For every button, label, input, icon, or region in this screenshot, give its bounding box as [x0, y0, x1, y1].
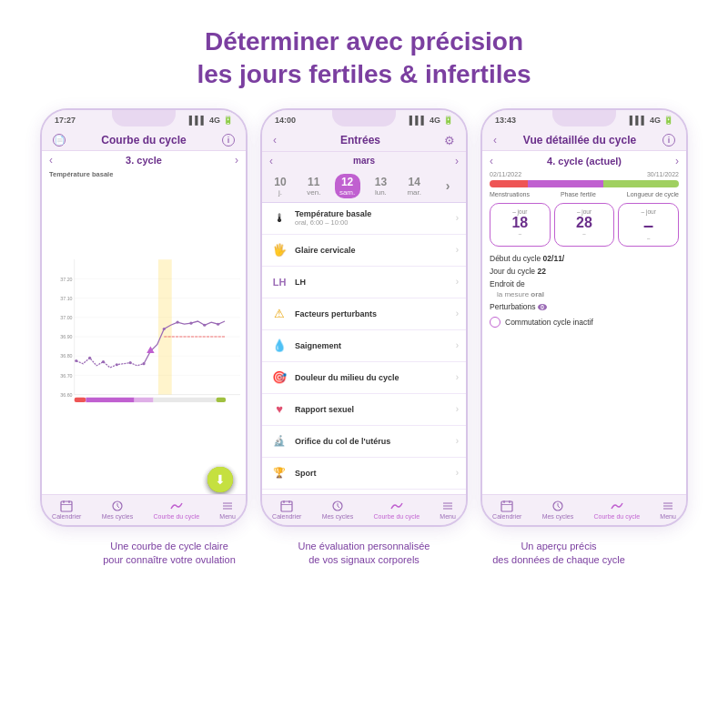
stat-box-1: – jour 18 – [490, 203, 551, 247]
date-12[interactable]: 12 sam. [335, 174, 360, 198]
svg-rect-50 [501, 501, 512, 511]
phone-3: 13:43 ▌▌▌ 4G 🔋 ‹ Vue détaillée du cycle … [480, 108, 688, 527]
phone-2: 14:00 ▌▌▌ 4G 🔋 ‹ Entrées ⚙ ‹ mars › 10 [260, 108, 468, 527]
phone-1: 17:27 ▌▌▌ 4G 🔋 📄 Courbe du cycle i ‹ 3. … [40, 108, 248, 527]
phone-2-settings-icon[interactable]: ⚙ [444, 134, 455, 147]
nav-calendar-1[interactable]: Calendrier [52, 500, 81, 520]
entry-orifice-label: Orifice du col de l'utérus [295, 437, 456, 446]
next-cycle-detail-btn[interactable]: › [675, 155, 679, 167]
entry-rapport[interactable]: ♥ Rapport sexuel › [262, 394, 466, 426]
nav-menu-2[interactable]: Menu [440, 500, 456, 520]
date-14[interactable]: 14 mar. [401, 176, 427, 197]
nav-calendar-3[interactable]: Calendrier [492, 500, 521, 520]
cycle-row: ‹ 3. cycle › [42, 151, 246, 169]
caption-3: Un aperçu précisdes données de chaque cy… [468, 540, 650, 568]
date-more[interactable]: › [435, 178, 460, 193]
entry-saignement[interactable]: 💧 Saignement › [262, 330, 466, 362]
phone-1-notch [112, 110, 176, 126]
entry-glaire[interactable]: 🖐 Glaire cervicale › [262, 235, 466, 267]
detail-perturbations: Perturbations 0 [490, 300, 679, 313]
entry-saignement-label: Saignement [295, 341, 456, 350]
next-month-btn[interactable]: › [455, 155, 459, 167]
entry-rapport-label: Rapport sexuel [295, 405, 456, 414]
phone-1-info-icon[interactable]: i [222, 134, 235, 147]
phone-2-title: Entrées [277, 134, 444, 147]
phone-1-navbar: 📄 Courbe du cycle i [42, 130, 246, 151]
nav-courbe-2[interactable]: Courbe du cycle [374, 500, 420, 520]
svg-point-23 [163, 328, 166, 330]
svg-point-26 [203, 323, 206, 326]
nav-courbe-3[interactable]: Courbe du cycle [594, 500, 641, 520]
entry-temp[interactable]: 🌡 Température basale oral, 6:00 – 10:00 … [262, 203, 466, 235]
caption-2: Une évaluation personnaliséede vos signa… [273, 540, 455, 568]
phone-3-title: Vue détaillée du cycle [497, 134, 662, 147]
entry-douleur[interactable]: 🎯 Douleur du milieu du cycle › [262, 362, 466, 394]
phone-2-content: ‹ mars › 10 j. 11 ven. 12 sam. [262, 152, 466, 494]
entries-month-header: ‹ mars › [262, 152, 466, 170]
commutation-row[interactable]: Commutation cycle inactif [490, 317, 679, 328]
phone-1-doc-icon[interactable]: 📄 [53, 134, 66, 147]
entry-glaire-chevron: › [456, 245, 459, 255]
date-10[interactable]: 10 j. [268, 176, 293, 197]
entry-lh[interactable]: LH LH › [262, 267, 466, 298]
month-label: mars [353, 156, 375, 166]
commutation-label: Commutation cycle inactif [505, 318, 593, 327]
svg-rect-29 [75, 398, 86, 402]
cycle-num-text: 4. cycle (actuel) [493, 156, 675, 167]
prev-cycle-btn[interactable]: ‹ [49, 154, 53, 167]
orifice-icon: 🔬 [269, 431, 289, 451]
stat-box-3: – jour – – [618, 203, 679, 247]
fab-download[interactable]: ⬇ [207, 467, 233, 492]
svg-rect-15 [158, 259, 172, 394]
entry-facteurs[interactable]: ⚠ Facteurs perturbants › [262, 298, 466, 330]
sport-icon: 🏆 [269, 463, 289, 483]
entry-rapport-chevron: › [456, 404, 459, 414]
phone-3-info-icon[interactable]: i [662, 134, 675, 147]
svg-rect-30 [86, 398, 134, 402]
prev-month-btn[interactable]: ‹ [269, 155, 273, 167]
entry-douleur-label: Douleur du milieu du cycle [295, 373, 456, 382]
svg-text:36.90: 36.90 [60, 334, 72, 339]
commutation-radio[interactable] [490, 317, 500, 328]
douleur-icon: 🎯 [269, 368, 289, 388]
nav-calendar-2[interactable]: Calendrier [272, 500, 301, 520]
nav-cycles-1[interactable]: Mes cycles [102, 500, 134, 520]
svg-text:37.00: 37.00 [60, 315, 72, 320]
captions-row: Une courbe de cycle clairepour connaître… [0, 527, 728, 568]
nav-cycles-3[interactable]: Mes cycles [542, 500, 574, 520]
svg-rect-33 [217, 398, 227, 402]
entry-sport[interactable]: 🏆 Sport › [262, 458, 466, 490]
svg-rect-34 [61, 501, 72, 511]
entry-lh-label: LH [295, 278, 456, 287]
svg-text:37.10: 37.10 [60, 296, 72, 301]
phone-3-bottom: Calendrier Mes cycles Courbe du cycle Me… [482, 494, 686, 525]
nav-menu-3[interactable]: Menu [660, 500, 676, 520]
entry-orifice[interactable]: 🔬 Orifice du col de l'utérus › [262, 426, 466, 458]
svg-rect-31 [134, 398, 153, 402]
svg-text:36.70: 36.70 [60, 372, 72, 378]
entry-orifice-chevron: › [456, 436, 459, 446]
entry-saignement-chevron: › [456, 340, 459, 350]
phones-row: 17:27 ▌▌▌ 4G 🔋 📄 Courbe du cycle i ‹ 3. … [0, 108, 728, 527]
lh-icon: LH [269, 272, 289, 292]
detail-content: ‹ 4. cycle (actuel) › 02/11/2022 30/11/2… [482, 151, 686, 494]
detail-endroit-val: la mesure oral [490, 290, 679, 300]
phone-2-notch [332, 110, 396, 126]
cycle-num-row: ‹ 4. cycle (actuel) › [490, 155, 679, 167]
next-cycle-btn[interactable]: › [235, 154, 238, 167]
entry-sport-label: Sport [295, 469, 456, 478]
svg-point-24 [177, 320, 179, 323]
nav-cycles-2[interactable]: Mes cycles [322, 500, 354, 520]
svg-point-20 [116, 363, 118, 366]
date-13[interactable]: 13 lun. [368, 176, 393, 197]
phone-1-status-icons: ▌▌▌ 4G 🔋 [189, 116, 233, 125]
cycle-chart: 37.20 37.10 37.00 36.90 36.80 36.70 36.6… [47, 183, 240, 490]
temp-label: Température basale [42, 169, 246, 179]
date-11[interactable]: 11 ven. [301, 176, 327, 197]
nav-courbe-1[interactable]: Courbe du cycle [154, 500, 200, 520]
nav-menu-1[interactable]: Menu [219, 500, 236, 520]
date-strip: 10 j. 11 ven. 12 sam. 13 lun. 14 mar. [262, 170, 466, 203]
entry-temp-chevron: › [456, 213, 459, 223]
entry-douleur-chevron: › [456, 372, 459, 382]
facteurs-icon: ⚠ [269, 304, 289, 324]
